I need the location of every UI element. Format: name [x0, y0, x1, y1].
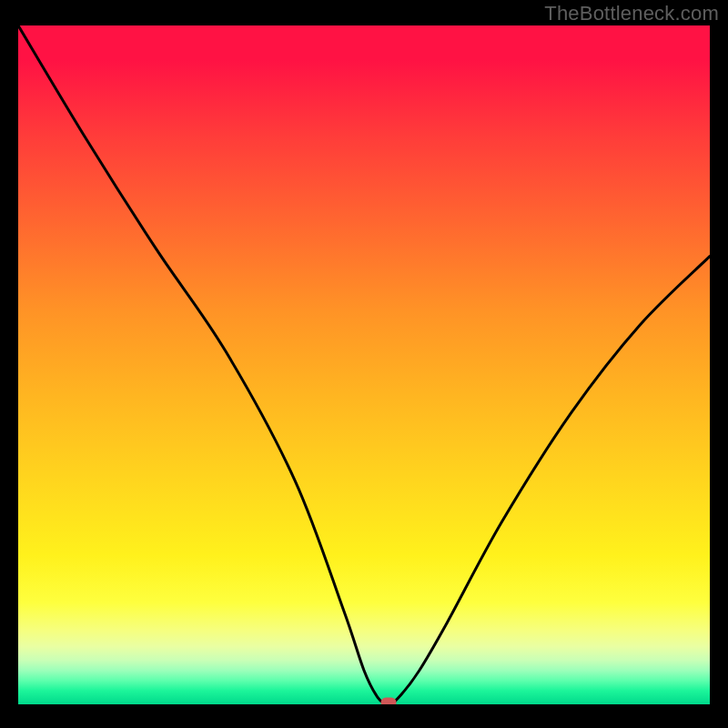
plot-area [18, 25, 710, 704]
chart-frame: TheBottleneck.com [0, 0, 728, 728]
attribution-text: TheBottleneck.com [544, 2, 719, 25]
bottleneck-curve [18, 25, 710, 704]
optimal-point-marker [380, 697, 396, 704]
